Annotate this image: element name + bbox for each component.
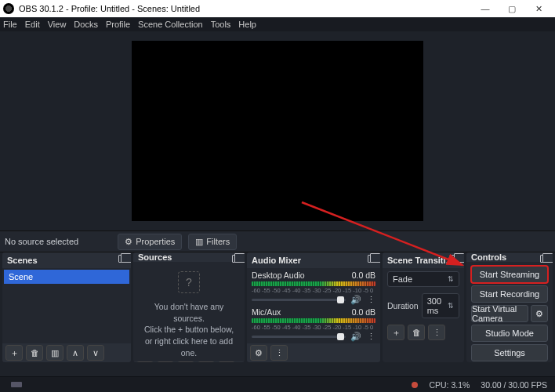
sources-empty-text: You don't have any sources. Click the + … bbox=[133, 298, 245, 361]
speaker-icon[interactable]: 🔊 bbox=[350, 332, 361, 342]
properties-label: Properties bbox=[136, 237, 175, 246]
scene-add-button[interactable]: ＋ bbox=[5, 345, 23, 361]
menu-scene-collection[interactable]: Scene Collection bbox=[138, 20, 203, 29]
source-toolbar: No source selected ⚙ Properties ▥ Filter… bbox=[0, 230, 555, 252]
start-recording-button[interactable]: Start Recording bbox=[471, 285, 548, 303]
mixer-body: Desktop Audio 0.0 dB -60 -55 -50 -45 -40… bbox=[247, 268, 380, 343]
channel-menu-button[interactable]: ⋮ bbox=[366, 295, 375, 305]
db-scale: -60 -55 -50 -45 -40 -35 -30 -25 -20 -15 … bbox=[252, 287, 375, 294]
cpu-stat: CPU: 3.1% bbox=[429, 380, 470, 390]
popout-icon[interactable] bbox=[118, 255, 128, 264]
menu-file[interactable]: File bbox=[3, 20, 17, 29]
window-title: OBS 30.1.2 - Profile: Untitled - Scenes:… bbox=[19, 4, 472, 13]
fps-stat: 30.00 / 30.00 FPS bbox=[481, 380, 547, 390]
start-virtual-camera-button[interactable]: Start Virtual Camera bbox=[471, 305, 528, 322]
source-status-text: No source selected bbox=[5, 237, 78, 246]
mixer-advanced-button[interactable]: ⚙ bbox=[250, 345, 267, 361]
updown-icon: ⇅ bbox=[448, 302, 454, 310]
volume-meter bbox=[252, 281, 375, 286]
docks-row: Scenes Scene ＋ 🗑 ▥ ∧ ∨ Sources ? You don… bbox=[0, 252, 555, 362]
scene-remove-button[interactable]: 🗑 bbox=[26, 345, 43, 361]
scenes-footer: ＋ 🗑 ▥ ∧ ∨ bbox=[2, 343, 131, 362]
scenes-header: Scenes bbox=[2, 252, 131, 268]
filters-label: Filters bbox=[206, 237, 230, 246]
menu-tools[interactable]: Tools bbox=[211, 20, 231, 29]
channel-name: Mic/Aux bbox=[252, 307, 281, 317]
sources-empty-2: Click the + button below, bbox=[141, 324, 237, 336]
transitions-title: Scene Transiti… bbox=[387, 256, 455, 265]
controls-body: Start Streaming Start Recording Start Vi… bbox=[466, 262, 553, 362]
sources-empty-1: You don't have any sources. bbox=[141, 301, 237, 324]
channel-name: Desktop Audio bbox=[252, 270, 305, 280]
sources-footer: ＋ 🗑 ⚙ ∧ ∨ bbox=[133, 361, 245, 362]
audio-mixer-panel: Audio Mixer Desktop Audio 0.0 dB -60 -55… bbox=[247, 252, 380, 362]
duration-input[interactable]: 300 ms ⇅ bbox=[422, 293, 459, 318]
virtual-camera-settings-button[interactable]: ⚙ bbox=[531, 305, 548, 322]
mixer-footer: ⚙ ⋮ bbox=[247, 343, 380, 362]
transition-remove-button[interactable]: 🗑 bbox=[408, 325, 425, 340]
source-add-button[interactable]: ＋ bbox=[136, 361, 154, 362]
transition-menu-button[interactable]: ⋮ bbox=[428, 325, 445, 340]
duration-value: 300 ms bbox=[427, 296, 448, 315]
dock-toggle-icon[interactable] bbox=[11, 382, 22, 387]
maximize-button[interactable]: ▢ bbox=[499, 0, 525, 17]
source-up-button[interactable]: ∧ bbox=[198, 361, 215, 362]
statusbar: CPU: 3.1% 30.00 / 30.00 FPS bbox=[0, 376, 555, 392]
menu-help[interactable]: Help bbox=[238, 20, 256, 29]
studio-mode-button[interactable]: Studio Mode bbox=[471, 325, 548, 342]
live-indicator-icon bbox=[412, 382, 418, 388]
source-remove-button[interactable]: 🗑 bbox=[157, 361, 174, 362]
mixer-channel-mic: Mic/Aux 0.0 dB -60 -55 -50 -45 -40 -35 -… bbox=[247, 305, 380, 342]
menu-docks[interactable]: Docks bbox=[74, 20, 98, 29]
source-down-button[interactable]: ∨ bbox=[218, 361, 235, 362]
app-logo-icon bbox=[3, 3, 14, 14]
duration-label: Duration bbox=[387, 301, 419, 310]
sources-header: Sources bbox=[133, 252, 245, 262]
volume-slider[interactable] bbox=[252, 299, 346, 301]
properties-button[interactable]: ⚙ Properties bbox=[118, 234, 182, 250]
channel-db: 0.0 dB bbox=[352, 270, 375, 280]
transition-select[interactable]: Fade ⇅ bbox=[387, 271, 459, 287]
scene-filter-button[interactable]: ▥ bbox=[46, 345, 63, 361]
channel-menu-button[interactable]: ⋮ bbox=[366, 332, 375, 342]
popout-icon[interactable] bbox=[452, 255, 461, 264]
popout-icon[interactable] bbox=[368, 255, 377, 264]
menu-edit[interactable]: Edit bbox=[25, 20, 40, 29]
transition-selected: Fade bbox=[393, 274, 412, 284]
controls-header: Controls bbox=[466, 252, 553, 262]
scene-down-button[interactable]: ∨ bbox=[87, 345, 104, 361]
updown-icon: ⇅ bbox=[448, 275, 454, 283]
filter-icon: ▥ bbox=[195, 237, 203, 247]
speaker-icon[interactable]: 🔊 bbox=[350, 295, 361, 305]
controls-panel: Controls Start Streaming Start Recording… bbox=[466, 252, 553, 362]
sources-panel: Sources ? You don't have any sources. Cl… bbox=[133, 252, 245, 362]
scene-up-button[interactable]: ∧ bbox=[67, 345, 84, 361]
menu-view[interactable]: View bbox=[48, 20, 67, 29]
scene-item[interactable]: Scene bbox=[4, 270, 129, 284]
transitions-header: Scene Transiti… bbox=[383, 252, 464, 268]
menubar: File Edit View Docks Profile Scene Colle… bbox=[0, 17, 555, 31]
controls-title: Controls bbox=[471, 252, 506, 262]
mixer-menu-button[interactable]: ⋮ bbox=[270, 345, 288, 361]
filters-button[interactable]: ▥ Filters bbox=[188, 234, 237, 250]
start-streaming-button[interactable]: Start Streaming bbox=[471, 266, 548, 283]
source-properties-button[interactable]: ⚙ bbox=[177, 361, 194, 362]
volume-meter bbox=[252, 318, 375, 323]
help-icon: ? bbox=[178, 271, 200, 293]
mixer-channel-desktop: Desktop Audio 0.0 dB -60 -55 -50 -45 -40… bbox=[247, 268, 380, 305]
scenes-title: Scenes bbox=[7, 256, 38, 265]
transitions-panel: Scene Transiti… Fade ⇅ Duration 300 ms ⇅… bbox=[383, 252, 464, 362]
settings-button[interactable]: Settings bbox=[471, 344, 548, 361]
volume-slider[interactable] bbox=[252, 336, 346, 338]
preview-area bbox=[0, 31, 555, 230]
close-button[interactable]: ✕ bbox=[525, 0, 552, 17]
transition-add-button[interactable]: ＋ bbox=[387, 325, 404, 340]
menu-profile[interactable]: Profile bbox=[106, 20, 130, 29]
scenes-panel: Scenes Scene ＋ 🗑 ▥ ∧ ∨ bbox=[2, 252, 131, 362]
scenes-list[interactable]: Scene bbox=[2, 268, 131, 343]
transitions-body: Fade ⇅ Duration 300 ms ⇅ ＋ 🗑 ⋮ bbox=[383, 268, 464, 362]
preview-canvas[interactable] bbox=[132, 41, 423, 221]
db-scale: -60 -55 -50 -45 -40 -35 -30 -25 -20 -15 … bbox=[252, 324, 375, 331]
minimize-button[interactable]: — bbox=[472, 0, 499, 17]
sources-list[interactable]: ? You don't have any sources. Click the … bbox=[133, 262, 245, 361]
